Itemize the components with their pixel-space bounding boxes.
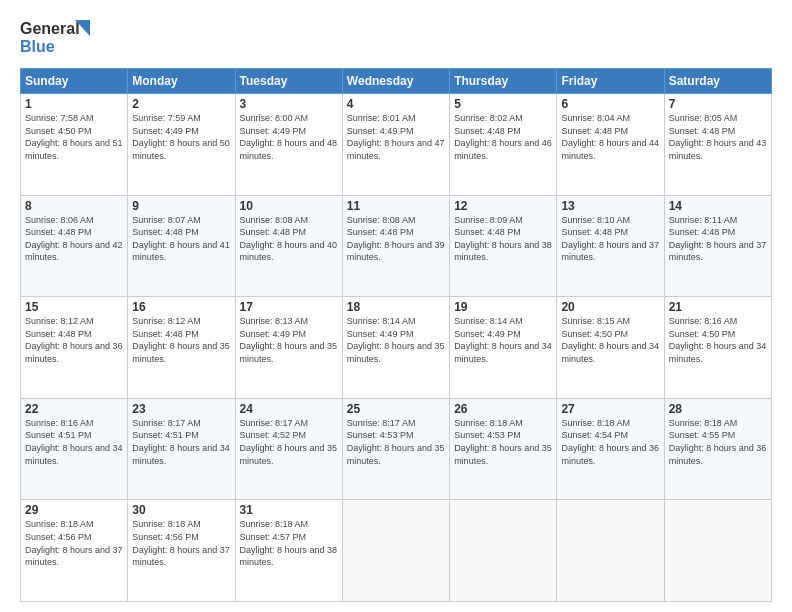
calendar-day-5: 5Sunrise: 8:02 AMSunset: 4:48 PMDaylight… bbox=[450, 94, 557, 196]
weekday-header-saturday: Saturday bbox=[664, 69, 771, 94]
day-number: 19 bbox=[454, 300, 552, 314]
day-info: Sunrise: 8:18 AMSunset: 4:54 PMDaylight:… bbox=[561, 417, 659, 467]
calendar-table: SundayMondayTuesdayWednesdayThursdayFrid… bbox=[20, 68, 772, 602]
calendar-day-27: 27Sunrise: 8:18 AMSunset: 4:54 PMDayligh… bbox=[557, 398, 664, 500]
day-info: Sunrise: 7:58 AMSunset: 4:50 PMDaylight:… bbox=[25, 112, 123, 162]
day-number: 16 bbox=[132, 300, 230, 314]
day-number: 2 bbox=[132, 97, 230, 111]
calendar-day-14: 14Sunrise: 8:11 AMSunset: 4:48 PMDayligh… bbox=[664, 195, 771, 297]
day-info: Sunrise: 8:08 AMSunset: 4:48 PMDaylight:… bbox=[347, 214, 445, 264]
calendar-day-13: 13Sunrise: 8:10 AMSunset: 4:48 PMDayligh… bbox=[557, 195, 664, 297]
calendar-day-24: 24Sunrise: 8:17 AMSunset: 4:52 PMDayligh… bbox=[235, 398, 342, 500]
calendar-day-20: 20Sunrise: 8:15 AMSunset: 4:50 PMDayligh… bbox=[557, 297, 664, 399]
weekday-header-wednesday: Wednesday bbox=[342, 69, 449, 94]
day-info: Sunrise: 8:04 AMSunset: 4:48 PMDaylight:… bbox=[561, 112, 659, 162]
day-info: Sunrise: 8:18 AMSunset: 4:53 PMDaylight:… bbox=[454, 417, 552, 467]
calendar-day-22: 22Sunrise: 8:16 AMSunset: 4:51 PMDayligh… bbox=[21, 398, 128, 500]
calendar-day-31: 31Sunrise: 8:18 AMSunset: 4:57 PMDayligh… bbox=[235, 500, 342, 602]
calendar-day-8: 8Sunrise: 8:06 AMSunset: 4:48 PMDaylight… bbox=[21, 195, 128, 297]
page: GeneralBlue SundayMondayTuesdayWednesday… bbox=[0, 0, 792, 612]
day-number: 8 bbox=[25, 199, 123, 213]
day-info: Sunrise: 8:08 AMSunset: 4:48 PMDaylight:… bbox=[240, 214, 338, 264]
day-number: 4 bbox=[347, 97, 445, 111]
day-number: 17 bbox=[240, 300, 338, 314]
day-info: Sunrise: 8:10 AMSunset: 4:48 PMDaylight:… bbox=[561, 214, 659, 264]
weekday-header-thursday: Thursday bbox=[450, 69, 557, 94]
calendar-week-5: 29Sunrise: 8:18 AMSunset: 4:56 PMDayligh… bbox=[21, 500, 772, 602]
day-info: Sunrise: 8:01 AMSunset: 4:49 PMDaylight:… bbox=[347, 112, 445, 162]
day-info: Sunrise: 8:07 AMSunset: 4:48 PMDaylight:… bbox=[132, 214, 230, 264]
day-number: 11 bbox=[347, 199, 445, 213]
calendar-week-3: 15Sunrise: 8:12 AMSunset: 4:48 PMDayligh… bbox=[21, 297, 772, 399]
svg-text:General: General bbox=[20, 20, 80, 37]
day-info: Sunrise: 8:16 AMSunset: 4:51 PMDaylight:… bbox=[25, 417, 123, 467]
day-info: Sunrise: 8:02 AMSunset: 4:48 PMDaylight:… bbox=[454, 112, 552, 162]
day-number: 21 bbox=[669, 300, 767, 314]
calendar-day-6: 6Sunrise: 8:04 AMSunset: 4:48 PMDaylight… bbox=[557, 94, 664, 196]
calendar-day-30: 30Sunrise: 8:18 AMSunset: 4:56 PMDayligh… bbox=[128, 500, 235, 602]
empty-day bbox=[557, 500, 664, 602]
calendar-day-10: 10Sunrise: 8:08 AMSunset: 4:48 PMDayligh… bbox=[235, 195, 342, 297]
day-number: 29 bbox=[25, 503, 123, 517]
logo: GeneralBlue bbox=[20, 16, 90, 60]
svg-text:Blue: Blue bbox=[20, 38, 55, 55]
calendar-day-26: 26Sunrise: 8:18 AMSunset: 4:53 PMDayligh… bbox=[450, 398, 557, 500]
day-number: 12 bbox=[454, 199, 552, 213]
calendar-week-4: 22Sunrise: 8:16 AMSunset: 4:51 PMDayligh… bbox=[21, 398, 772, 500]
calendar-day-28: 28Sunrise: 8:18 AMSunset: 4:55 PMDayligh… bbox=[664, 398, 771, 500]
day-info: Sunrise: 8:13 AMSunset: 4:49 PMDaylight:… bbox=[240, 315, 338, 365]
calendar-day-16: 16Sunrise: 8:12 AMSunset: 4:48 PMDayligh… bbox=[128, 297, 235, 399]
day-number: 5 bbox=[454, 97, 552, 111]
day-number: 27 bbox=[561, 402, 659, 416]
day-number: 7 bbox=[669, 97, 767, 111]
day-info: Sunrise: 8:18 AMSunset: 4:55 PMDaylight:… bbox=[669, 417, 767, 467]
day-number: 23 bbox=[132, 402, 230, 416]
calendar-day-9: 9Sunrise: 8:07 AMSunset: 4:48 PMDaylight… bbox=[128, 195, 235, 297]
day-number: 10 bbox=[240, 199, 338, 213]
day-number: 1 bbox=[25, 97, 123, 111]
day-number: 24 bbox=[240, 402, 338, 416]
empty-day bbox=[450, 500, 557, 602]
day-number: 30 bbox=[132, 503, 230, 517]
day-info: Sunrise: 8:18 AMSunset: 4:56 PMDaylight:… bbox=[25, 518, 123, 568]
day-info: Sunrise: 8:00 AMSunset: 4:49 PMDaylight:… bbox=[240, 112, 338, 162]
day-info: Sunrise: 8:15 AMSunset: 4:50 PMDaylight:… bbox=[561, 315, 659, 365]
day-number: 22 bbox=[25, 402, 123, 416]
empty-day bbox=[664, 500, 771, 602]
day-number: 20 bbox=[561, 300, 659, 314]
day-info: Sunrise: 8:17 AMSunset: 4:52 PMDaylight:… bbox=[240, 417, 338, 467]
day-info: Sunrise: 8:05 AMSunset: 4:48 PMDaylight:… bbox=[669, 112, 767, 162]
day-number: 31 bbox=[240, 503, 338, 517]
day-info: Sunrise: 8:17 AMSunset: 4:51 PMDaylight:… bbox=[132, 417, 230, 467]
calendar-day-15: 15Sunrise: 8:12 AMSunset: 4:48 PMDayligh… bbox=[21, 297, 128, 399]
day-number: 3 bbox=[240, 97, 338, 111]
day-info: Sunrise: 7:59 AMSunset: 4:49 PMDaylight:… bbox=[132, 112, 230, 162]
day-info: Sunrise: 8:16 AMSunset: 4:50 PMDaylight:… bbox=[669, 315, 767, 365]
day-number: 9 bbox=[132, 199, 230, 213]
calendar-day-3: 3Sunrise: 8:00 AMSunset: 4:49 PMDaylight… bbox=[235, 94, 342, 196]
day-info: Sunrise: 8:12 AMSunset: 4:48 PMDaylight:… bbox=[132, 315, 230, 365]
day-info: Sunrise: 8:14 AMSunset: 4:49 PMDaylight:… bbox=[347, 315, 445, 365]
day-info: Sunrise: 8:17 AMSunset: 4:53 PMDaylight:… bbox=[347, 417, 445, 467]
calendar-day-25: 25Sunrise: 8:17 AMSunset: 4:53 PMDayligh… bbox=[342, 398, 449, 500]
calendar-week-1: 1Sunrise: 7:58 AMSunset: 4:50 PMDaylight… bbox=[21, 94, 772, 196]
day-number: 18 bbox=[347, 300, 445, 314]
day-number: 13 bbox=[561, 199, 659, 213]
calendar-day-23: 23Sunrise: 8:17 AMSunset: 4:51 PMDayligh… bbox=[128, 398, 235, 500]
day-number: 25 bbox=[347, 402, 445, 416]
weekday-header-monday: Monday bbox=[128, 69, 235, 94]
day-number: 6 bbox=[561, 97, 659, 111]
day-number: 14 bbox=[669, 199, 767, 213]
calendar-day-11: 11Sunrise: 8:08 AMSunset: 4:48 PMDayligh… bbox=[342, 195, 449, 297]
day-info: Sunrise: 8:18 AMSunset: 4:56 PMDaylight:… bbox=[132, 518, 230, 568]
calendar-week-2: 8Sunrise: 8:06 AMSunset: 4:48 PMDaylight… bbox=[21, 195, 772, 297]
weekday-header-sunday: Sunday bbox=[21, 69, 128, 94]
calendar-day-2: 2Sunrise: 7:59 AMSunset: 4:49 PMDaylight… bbox=[128, 94, 235, 196]
day-info: Sunrise: 8:09 AMSunset: 4:48 PMDaylight:… bbox=[454, 214, 552, 264]
header: GeneralBlue bbox=[20, 16, 772, 60]
calendar-day-17: 17Sunrise: 8:13 AMSunset: 4:49 PMDayligh… bbox=[235, 297, 342, 399]
calendar-day-1: 1Sunrise: 7:58 AMSunset: 4:50 PMDaylight… bbox=[21, 94, 128, 196]
day-info: Sunrise: 8:12 AMSunset: 4:48 PMDaylight:… bbox=[25, 315, 123, 365]
logo-svg: GeneralBlue bbox=[20, 16, 90, 60]
calendar-day-18: 18Sunrise: 8:14 AMSunset: 4:49 PMDayligh… bbox=[342, 297, 449, 399]
